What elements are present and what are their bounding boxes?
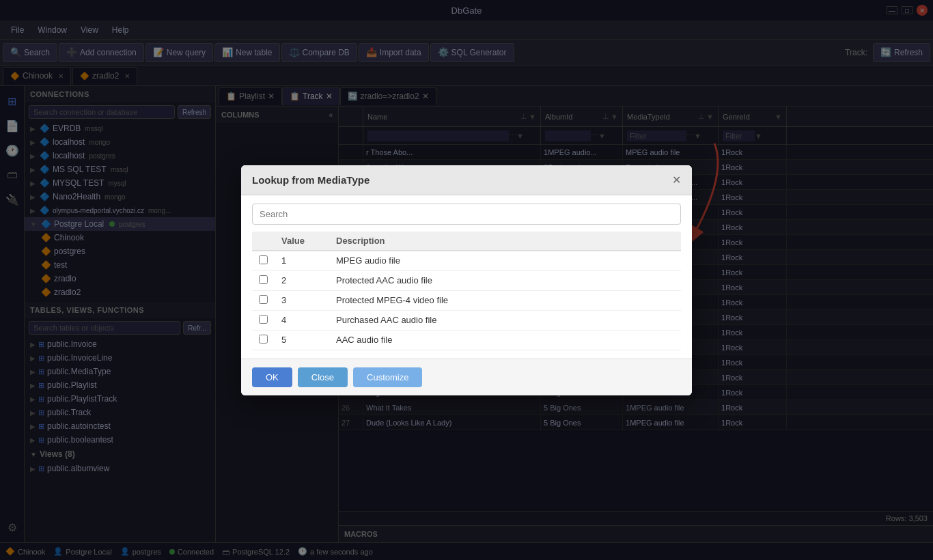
modal-ok-button[interactable]: OK (252, 367, 292, 387)
modal-close-button[interactable]: ✕ (672, 173, 681, 186)
modal-row-1-value: 1 (275, 251, 329, 271)
modal-table-header: Value Description (252, 232, 681, 251)
modal-overlay[interactable]: Lookup from MediaType ✕ Value Descriptio… (0, 0, 933, 560)
modal-row-5-checkbox[interactable] (259, 335, 268, 344)
modal-row-4-checkbox[interactable] (259, 315, 268, 324)
modal-row-5-description: AAC audio file (329, 330, 681, 350)
lookup-modal: Lookup from MediaType ✕ Value Descriptio… (241, 165, 692, 395)
modal-col-description: Description (329, 232, 681, 251)
modal-row-1-description: MPEG audio file (329, 251, 681, 271)
modal-row-5-value: 5 (275, 330, 329, 350)
modal-body: Value Description 1 MPEG audio file 2 Pr… (241, 195, 692, 359)
modal-header-row: Value Description (252, 232, 681, 251)
modal-row-5-checkbox-cell (252, 330, 275, 350)
modal-header: Lookup from MediaType ✕ (241, 165, 692, 195)
modal-row-2-checkbox[interactable] (259, 275, 268, 284)
modal-row-3[interactable]: 3 Protected MPEG-4 video file (252, 290, 681, 310)
modal-title: Lookup from MediaType (252, 174, 370, 186)
modal-row-5[interactable]: 5 AAC audio file (252, 330, 681, 350)
modal-row-3-checkbox[interactable] (259, 295, 268, 304)
modal-col-checkbox (252, 232, 275, 251)
modal-row-1-checkbox[interactable] (259, 255, 268, 264)
modal-customize-button[interactable]: Customize (353, 367, 422, 387)
modal-row-2-value: 2 (275, 270, 329, 290)
modal-close-btn[interactable]: Close (298, 367, 348, 387)
modal-row-4[interactable]: 4 Purchased AAC audio file (252, 310, 681, 330)
modal-row-2-checkbox-cell (252, 270, 275, 290)
modal-row-4-checkbox-cell (252, 310, 275, 330)
modal-footer: OK Close Customize (241, 359, 692, 395)
modal-row-2-description: Protected AAC audio file (329, 270, 681, 290)
modal-row-3-checkbox-cell (252, 290, 275, 310)
modal-row-4-description: Purchased AAC audio file (329, 310, 681, 330)
modal-row-1-checkbox-cell (252, 251, 275, 271)
modal-row-4-value: 4 (275, 310, 329, 330)
modal-row-1[interactable]: 1 MPEG audio file (252, 251, 681, 271)
modal-search-input[interactable] (252, 204, 681, 225)
modal-table: Value Description 1 MPEG audio file 2 Pr… (252, 232, 681, 350)
modal-row-3-description: Protected MPEG-4 video file (329, 290, 681, 310)
modal-table-body: 1 MPEG audio file 2 Protected AAC audio … (252, 251, 681, 350)
modal-col-value: Value (275, 232, 329, 251)
modal-row-3-value: 3 (275, 290, 329, 310)
modal-row-2[interactable]: 2 Protected AAC audio file (252, 270, 681, 290)
